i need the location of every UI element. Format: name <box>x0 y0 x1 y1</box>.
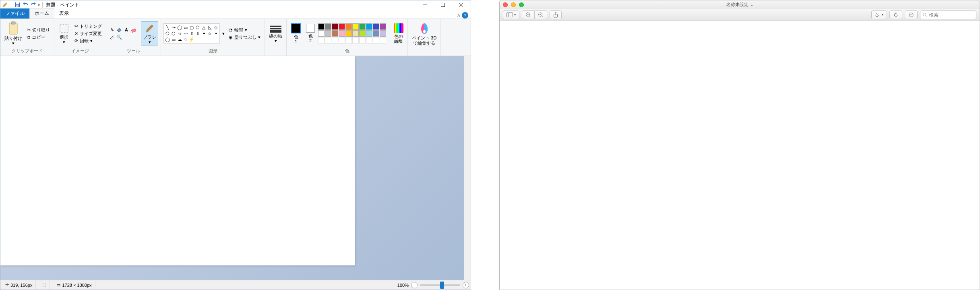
crop-button[interactable]: ✂トリミング <box>73 23 103 30</box>
shape-fill-button[interactable]: ◉塗りつぶし ▾ <box>227 34 262 41</box>
palette-swatch[interactable] <box>339 30 345 37</box>
palette-swatch[interactable] <box>318 23 325 30</box>
palette-swatch[interactable] <box>366 30 372 37</box>
shape-rect[interactable]: ▭ <box>183 25 188 30</box>
cut-button[interactable]: ✂切り取り <box>25 27 52 33</box>
shape-5star[interactable]: ☆ <box>207 31 213 36</box>
select-button[interactable]: 選択▾ <box>57 22 71 45</box>
search-input[interactable] <box>929 12 974 18</box>
pencil-tool[interactable]: ✎ <box>109 27 115 33</box>
palette-swatch-empty[interactable] <box>352 37 359 44</box>
shape-roundrect[interactable]: ▢ <box>189 25 194 30</box>
shapes-expand-icon[interactable]: ▾ <box>221 31 225 36</box>
shape-curve[interactable]: 〜 <box>171 25 176 30</box>
palette-swatch[interactable] <box>380 30 386 37</box>
close-button[interactable] <box>503 2 508 7</box>
shape-outline-button[interactable]: ◔輪郭 ▾ <box>227 27 262 33</box>
palette-swatch-empty[interactable] <box>318 37 325 44</box>
palette-swatch-empty[interactable] <box>359 37 366 44</box>
brush-button[interactable]: ブラシ▾ <box>141 21 158 46</box>
palette-swatch[interactable] <box>325 23 331 30</box>
markup-button[interactable] <box>905 10 918 19</box>
shape-hexagon[interactable]: ⬡ <box>171 31 176 36</box>
close-button[interactable] <box>452 0 470 9</box>
shape-arrow-r[interactable]: ➩ <box>177 31 182 36</box>
rotate-button[interactable] <box>889 10 902 19</box>
shape-gallery[interactable]: ╲ 〜 ◯ ▭ ▢ ⬠ △ ◺ ◇ ⬠ ⬡ ➩ ⇦ ⇧ ⇩ ✦ ☆ <box>163 23 220 44</box>
palette-swatch[interactable] <box>373 23 379 30</box>
copy-button[interactable]: ⧉コピー <box>25 34 52 41</box>
shape-oval[interactable]: ◯ <box>177 25 182 30</box>
palette-swatch[interactable] <box>345 23 352 30</box>
palette-swatch-empty[interactable] <box>373 37 379 44</box>
undo-icon[interactable] <box>22 1 29 8</box>
zoom-in-button[interactable]: + <box>463 282 469 288</box>
edit-colors-button[interactable]: 色の 編集 <box>392 23 405 44</box>
resize-button[interactable]: ⤧サイズ変更 <box>73 30 103 37</box>
title-dropdown-icon[interactable]: ⌄ <box>750 2 753 7</box>
shape-arrow-d[interactable]: ⇩ <box>195 31 201 36</box>
zoom-out-button[interactable] <box>522 10 534 19</box>
help-icon[interactable]: ? <box>462 12 468 19</box>
palette-swatch[interactable] <box>332 30 338 37</box>
maximize-button[interactable] <box>434 0 452 9</box>
size-button[interactable]: 線の幅▾ <box>267 24 284 44</box>
search-field[interactable] <box>920 10 976 19</box>
scrollbar-vertical[interactable] <box>464 56 471 280</box>
palette-swatch-empty[interactable] <box>366 37 372 44</box>
shape-callout-round[interactable]: ◯ <box>165 37 170 42</box>
redo-icon[interactable] <box>30 1 37 8</box>
shape-polygon[interactable]: ⬠ <box>195 25 201 30</box>
tab-file[interactable]: ファイル <box>0 8 29 19</box>
shape-6star[interactable]: ✶ <box>213 31 219 36</box>
shape-heart[interactable]: ♡ <box>183 37 188 42</box>
rotate-button[interactable]: ⟳回転 ▾ <box>73 37 103 44</box>
shape-line[interactable]: ╲ <box>165 25 170 30</box>
fill-tool[interactable] <box>116 27 122 33</box>
palette-swatch[interactable] <box>352 23 359 30</box>
save-icon[interactable] <box>14 1 21 8</box>
zoom-in-button[interactable] <box>534 10 547 19</box>
palette-swatch-empty[interactable] <box>332 37 338 44</box>
palette-swatch[interactable] <box>332 23 338 30</box>
document-area[interactable] <box>500 21 980 290</box>
palette-swatch[interactable] <box>345 30 352 37</box>
fullscreen-button[interactable] <box>519 2 524 7</box>
shape-arrow-l[interactable]: ⇦ <box>183 31 188 36</box>
shape-4star[interactable]: ✦ <box>201 31 207 36</box>
shape-diamond[interactable]: ◇ <box>213 25 219 30</box>
text-tool[interactable]: A <box>123 27 130 33</box>
palette-swatch[interactable] <box>366 23 372 30</box>
tab-home[interactable]: ホーム <box>29 8 54 19</box>
shape-triangle[interactable]: △ <box>201 25 207 30</box>
color1-button[interactable]: 色 1 <box>289 22 303 45</box>
shape-lightning[interactable]: ⚡ <box>189 37 194 42</box>
tab-view[interactable]: 表示 <box>54 8 74 19</box>
minimize-button[interactable] <box>416 0 434 9</box>
shape-callout-cloud[interactable]: ☁ <box>177 37 182 42</box>
palette-swatch[interactable] <box>373 30 379 37</box>
shape-pentagon[interactable]: ⬠ <box>165 31 170 36</box>
paint3d-button[interactable]: ペイント 3Dで編集する <box>410 22 438 46</box>
canvas[interactable] <box>0 56 355 265</box>
palette-swatch[interactable] <box>380 23 386 30</box>
picker-tool[interactable] <box>109 34 115 40</box>
palette-swatch[interactable] <box>359 23 366 30</box>
palette-swatch-empty[interactable] <box>339 37 345 44</box>
highlight-button[interactable]: ▾ <box>871 10 887 19</box>
color2-button[interactable]: 色 2 <box>304 23 316 44</box>
canvas-scroll[interactable] <box>0 56 464 280</box>
eraser-tool[interactable] <box>130 27 137 33</box>
shape-rtriangle[interactable]: ◺ <box>207 25 213 30</box>
collapse-ribbon-icon[interactable]: ᐱ <box>457 13 460 18</box>
palette-swatch[interactable] <box>325 30 331 37</box>
share-button[interactable] <box>550 10 562 19</box>
palette-swatch[interactable] <box>318 30 325 37</box>
palette-swatch[interactable] <box>339 23 345 30</box>
zoom-out-button[interactable]: − <box>411 282 418 288</box>
palette-swatch[interactable] <box>359 30 366 37</box>
zoom-tool[interactable]: 🔍 <box>116 34 122 40</box>
qat-customize-icon[interactable]: ▾ <box>38 3 40 7</box>
sidebar-button[interactable]: ▾ <box>503 10 519 19</box>
palette-swatch-empty[interactable] <box>345 37 352 44</box>
